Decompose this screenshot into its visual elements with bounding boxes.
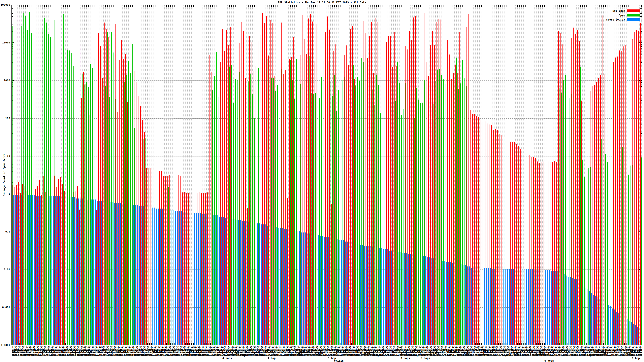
bar-not-spam (520, 149, 521, 345)
x-tick-top (477, 5, 478, 7)
x-tick-top (475, 5, 476, 7)
bar-score (610, 306, 611, 345)
x-tick-top (467, 5, 467, 7)
x-tick-top (254, 5, 255, 7)
x-tick-top (194, 5, 194, 7)
bar-not-spam (56, 187, 56, 345)
x-tick-top (236, 5, 236, 7)
bar-not-spam (170, 175, 170, 345)
bar-not-spam (506, 137, 506, 345)
x-tick-top (307, 5, 307, 7)
x-tick-top (610, 5, 610, 7)
bar-not-spam (192, 192, 193, 345)
legend-label-score: Score (0..1) (606, 18, 625, 21)
bar-score (440, 260, 440, 345)
x-tick-top (147, 5, 148, 7)
x-tick-top (200, 5, 200, 7)
x-tick-top (162, 5, 162, 7)
x-tick-top (48, 5, 49, 7)
bar-score (194, 213, 194, 345)
bar-spam (622, 147, 623, 345)
bar-score (282, 228, 283, 345)
x-tick-top (84, 5, 84, 7)
bar-score (633, 324, 634, 345)
x-tick-top (473, 5, 473, 7)
x-tick-top (393, 5, 394, 7)
x-tick-top (225, 5, 226, 7)
x-tick-top (315, 5, 316, 7)
x-tick-top (437, 5, 438, 7)
bar-spam (628, 175, 629, 345)
bar-not-spam (527, 153, 528, 345)
bar-score (530, 269, 531, 345)
bar-score (278, 228, 278, 345)
x-tick-top (328, 5, 328, 7)
bar-score (484, 268, 484, 345)
x-tick-top (90, 5, 91, 7)
spam-swatch (627, 14, 640, 16)
x-tick-top (412, 5, 412, 7)
bar-score (257, 223, 258, 345)
bar-not-spam (298, 28, 298, 345)
x-tick-top (198, 5, 198, 7)
x-tick-top (612, 5, 612, 7)
bar-not-spam (163, 176, 164, 345)
x-tick-top (23, 5, 24, 7)
x-tick-top (484, 5, 484, 7)
bar-score (114, 203, 115, 345)
x-axis-label-fragment: 1 hop (632, 357, 640, 360)
bar-score (53, 196, 54, 345)
bar-score (354, 243, 354, 345)
bar-score (602, 301, 602, 345)
x-tick-top (97, 5, 97, 7)
x-tick-top (624, 5, 625, 7)
x-tick-top (311, 5, 312, 7)
bar-score (66, 197, 66, 345)
x-tick-top (513, 5, 514, 7)
x-tick-top (299, 5, 299, 7)
bar-score (78, 199, 79, 345)
bar-score (366, 246, 367, 345)
bar-score (122, 204, 123, 345)
bar-score (612, 309, 613, 345)
bar-score (414, 255, 415, 345)
y-tick-label: 0.1 (0, 230, 10, 233)
x-tick-top (462, 5, 463, 7)
x-tick-top (223, 5, 224, 7)
x-tick-top (86, 5, 87, 7)
bar-score (547, 270, 548, 345)
bar-score (154, 208, 154, 345)
x-tick-top (616, 5, 616, 7)
bar-score (217, 215, 218, 345)
x-tick-top (414, 5, 414, 7)
x-tick-top (486, 5, 486, 7)
bar-not-spam (153, 171, 153, 345)
bar-not-spam (138, 96, 139, 345)
x-axis-label-row: 2(4)(3)(110(3)(4)(9)(2)(2)(2)(2)(15(3)(9… (12, 346, 642, 349)
x-tick-top (601, 5, 602, 7)
bar-score (20, 195, 20, 345)
bar-not-spam (52, 187, 52, 345)
x-tick-top (494, 5, 494, 7)
bar-score (22, 195, 22, 345)
bar-score (625, 318, 626, 345)
bar-score (124, 204, 125, 345)
v-gridline (599, 5, 600, 345)
bar-score (251, 222, 251, 345)
bar-score (43, 196, 43, 345)
x-tick-top (192, 5, 192, 7)
x-tick-top (635, 5, 635, 7)
bar-not-spam (474, 114, 475, 345)
bar-not-spam (39, 180, 40, 345)
bar-score (127, 204, 128, 345)
bar-score (246, 221, 247, 345)
x-axis-label-fragment: 1 hop (232, 351, 239, 354)
bar-not-spam (480, 120, 481, 345)
bar-score (162, 209, 163, 345)
bar-score (545, 270, 546, 345)
bar-score (102, 201, 102, 345)
x-axis-label-fragment: origin (334, 359, 344, 362)
bar-score (385, 249, 386, 345)
x-axis-label-fragment: 1 hop (584, 354, 592, 357)
x-tick-top (149, 5, 150, 7)
